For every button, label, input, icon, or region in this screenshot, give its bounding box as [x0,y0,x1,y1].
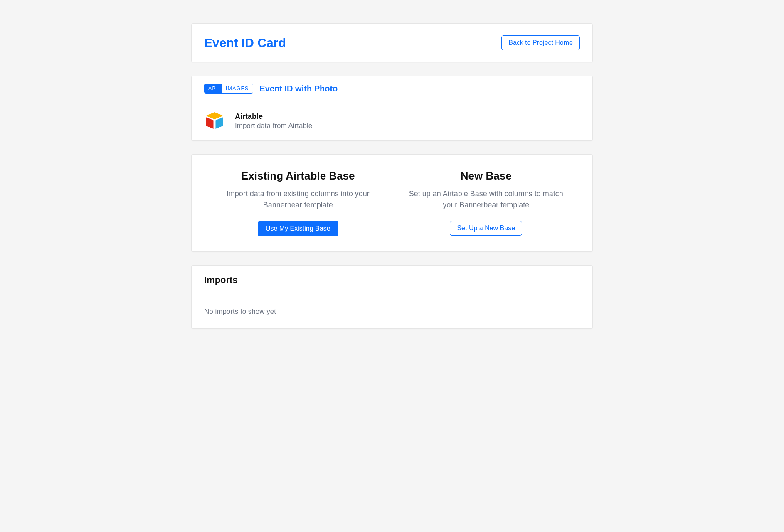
back-to-project-home-button[interactable]: Back to Project Home [501,35,580,50]
page-title: Event ID Card [204,36,286,50]
page-container: Event ID Card Back to Project Home API I… [191,0,593,329]
existing-base-option: Existing Airtable Base Import data from … [204,170,392,236]
imports-heading: Imports [204,275,580,286]
integration-name: Airtable [235,112,312,121]
imports-body: No imports to show yet [192,295,592,328]
new-base-title: New Base [408,170,565,182]
use-my-existing-base-button[interactable]: Use My Existing Base [258,221,338,236]
header-card: Event ID Card Back to Project Home [191,23,593,62]
svg-marker-1 [206,117,214,129]
pill-images: IMAGES [222,84,253,93]
svg-marker-2 [216,117,224,129]
template-name: Event ID with Photo [260,84,338,94]
integration-card: API IMAGES Event ID with Photo Airtable … [191,76,593,141]
base-options-card: Existing Airtable Base Import data from … [191,154,593,252]
new-base-desc: Set up an Airtable Base with columns to … [408,188,565,211]
integration-text: Airtable Import data from Airtable [235,112,312,130]
imports-empty-state: No imports to show yet [204,308,580,316]
existing-base-desc: Import data from existing columns into y… [220,188,376,211]
api-images-pill-group: API IMAGES [204,84,253,94]
template-header: API IMAGES Event ID with Photo [192,76,592,101]
existing-base-title: Existing Airtable Base [220,170,376,182]
integration-row: Airtable Import data from Airtable [192,101,592,140]
imports-header: Imports [192,266,592,295]
set-up-a-new-base-button[interactable]: Set Up a New Base [450,221,522,236]
svg-marker-0 [206,112,223,119]
integration-desc: Import data from Airtable [235,122,312,130]
new-base-option: New Base Set up an Airtable Base with co… [392,170,580,236]
airtable-icon [204,111,225,131]
pill-api: API [205,84,222,93]
imports-card: Imports No imports to show yet [191,265,593,329]
